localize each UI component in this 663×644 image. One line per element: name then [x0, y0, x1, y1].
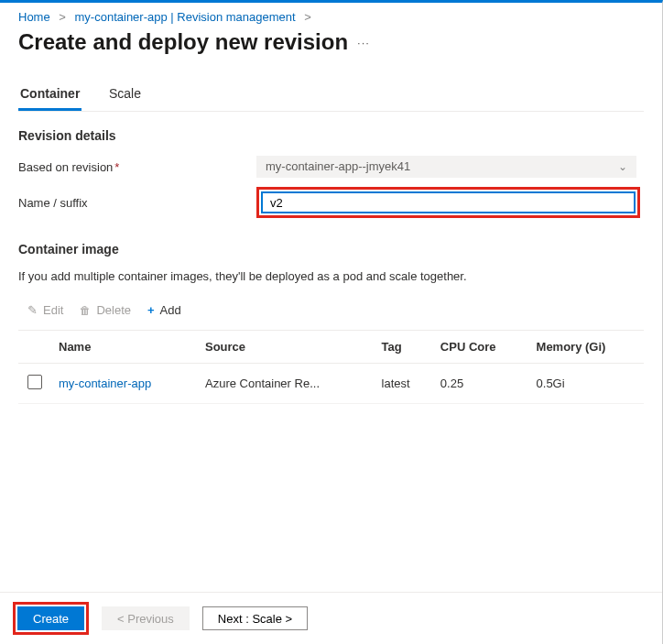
table-row: my-container-app Azure Container Re... l… [18, 364, 644, 404]
delete-button[interactable]: Delete [80, 303, 131, 317]
based-on-revision-label: Based on revision* [18, 160, 256, 174]
breadcrumb: Home > my-container-app | Revision manag… [18, 10, 644, 24]
tab-scale[interactable]: Scale [107, 81, 143, 108]
previous-button: < Previous [102, 606, 190, 630]
footer: Create < Previous Next : Scale > [0, 592, 662, 644]
trash-icon [80, 303, 91, 317]
plus-icon: + [147, 303, 155, 317]
cell-source: Azure Container Re... [198, 364, 375, 404]
breadcrumb-home[interactable]: Home [18, 10, 50, 24]
col-cpu: CPU Core [433, 331, 529, 364]
next-button[interactable]: Next : Scale > [202, 606, 308, 630]
tabs: Container Scale [18, 81, 644, 112]
breadcrumb-revision-mgmt[interactable]: my-container-app | Revision management [75, 10, 296, 24]
cell-tag: latest [375, 364, 433, 404]
container-table: Name Source Tag CPU Core Memory (Gi) my-… [18, 330, 644, 404]
container-name-link[interactable]: my-container-app [59, 377, 151, 390]
col-tag: Tag [375, 331, 433, 364]
chevron-right-icon: > [59, 10, 66, 24]
tab-container[interactable]: Container [18, 81, 82, 111]
add-button[interactable]: + Add [147, 303, 181, 317]
more-menu-icon[interactable]: ··· [357, 36, 370, 49]
col-memory: Memory (Gi) [529, 331, 644, 364]
edit-button[interactable]: Edit [27, 303, 63, 317]
revision-details-heading: Revision details [18, 128, 644, 143]
container-image-heading: Container image [18, 242, 644, 257]
name-suffix-input[interactable] [261, 191, 636, 213]
name-suffix-label: Name / suffix [18, 196, 256, 210]
container-image-desc: If you add multiple container images, th… [18, 269, 644, 283]
chevron-right-icon: > [304, 10, 311, 24]
cell-cpu: 0.25 [433, 364, 529, 404]
col-source: Source [198, 331, 375, 364]
cell-memory: 0.5Gi [529, 364, 644, 404]
page-title: Create and deploy new revision [18, 29, 348, 55]
create-button[interactable]: Create [17, 606, 84, 630]
col-name: Name [51, 331, 198, 364]
row-checkbox[interactable] [27, 375, 42, 389]
pencil-icon [27, 303, 38, 317]
based-on-revision-select[interactable]: my-container-app--jmyek41 [256, 156, 636, 178]
